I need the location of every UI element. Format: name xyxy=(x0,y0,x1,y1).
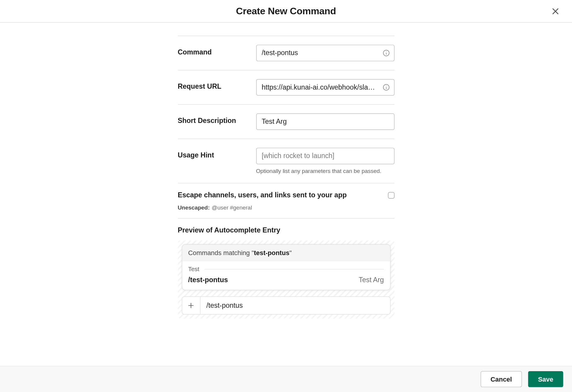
autocomplete-header: Commands matching "test-pontus" xyxy=(182,245,390,261)
preview-title: Preview of Autocomplete Entry xyxy=(178,227,394,234)
autocomplete-header-suffix: " xyxy=(289,249,292,257)
escape-checkbox[interactable] xyxy=(388,192,394,199)
save-button[interactable]: Save xyxy=(528,371,563,387)
form-area: Command Request URL Sh xyxy=(178,36,394,318)
autocomplete-group: Test xyxy=(188,266,199,272)
autocomplete-entry-description: Test Arg xyxy=(359,276,384,284)
create-command-dialog: Create New Command Command Request URL xyxy=(0,0,572,392)
row-escape: Escape channels, users, and links sent t… xyxy=(178,183,394,218)
dialog-footer: Cancel Save xyxy=(0,366,572,392)
label-command: Command xyxy=(178,45,256,56)
preview-section: Preview of Autocomplete Entry Commands m… xyxy=(178,218,394,318)
label-short-description: Short Description xyxy=(178,113,256,125)
composer-text[interactable]: /test-pontus xyxy=(200,297,390,314)
escape-sub-label: Unescaped: xyxy=(178,204,210,211)
label-request-url: Request URL xyxy=(178,79,256,90)
short-description-input[interactable] xyxy=(256,113,394,130)
request-url-input[interactable] xyxy=(256,79,394,96)
label-usage-hint: Usage Hint xyxy=(178,148,256,159)
escape-title: Escape channels, users, and links sent t… xyxy=(178,191,379,199)
autocomplete-popup: Commands matching "test-pontus" Test /te… xyxy=(182,244,391,291)
autocomplete-entry[interactable]: /test-pontus Test Arg xyxy=(188,276,384,284)
row-command: Command xyxy=(178,36,394,70)
autocomplete-header-prefix: Commands matching " xyxy=(188,249,254,257)
plus-icon xyxy=(187,302,194,309)
autocomplete-header-term: test-pontus xyxy=(254,249,289,257)
row-usage-hint: Usage Hint Optionally list any parameter… xyxy=(178,139,394,183)
composer-add-button[interactable] xyxy=(182,297,200,314)
info-icon[interactable] xyxy=(382,49,390,57)
command-input[interactable] xyxy=(256,45,394,61)
dialog-title: Create New Command xyxy=(236,5,336,17)
dialog-body: Command Request URL Sh xyxy=(0,23,572,318)
usage-hint-input[interactable] xyxy=(256,148,394,164)
info-icon[interactable] xyxy=(382,83,390,91)
svg-point-7 xyxy=(386,86,386,86)
divider xyxy=(204,269,384,269)
escape-sub-value: @user #general xyxy=(212,204,252,211)
close-icon xyxy=(551,7,560,15)
row-request-url: Request URL xyxy=(178,70,394,104)
svg-point-4 xyxy=(386,51,386,52)
close-button[interactable] xyxy=(547,2,564,20)
composer: /test-pontus xyxy=(182,296,391,315)
cancel-button[interactable]: Cancel xyxy=(481,371,522,387)
preview-box: Commands matching "test-pontus" Test /te… xyxy=(178,240,394,318)
dialog-header: Create New Command xyxy=(0,0,572,23)
autocomplete-entry-command: /test-pontus xyxy=(188,276,228,284)
row-short-description: Short Description xyxy=(178,104,394,138)
usage-hint-help: Optionally list any parameters that can … xyxy=(256,168,394,174)
